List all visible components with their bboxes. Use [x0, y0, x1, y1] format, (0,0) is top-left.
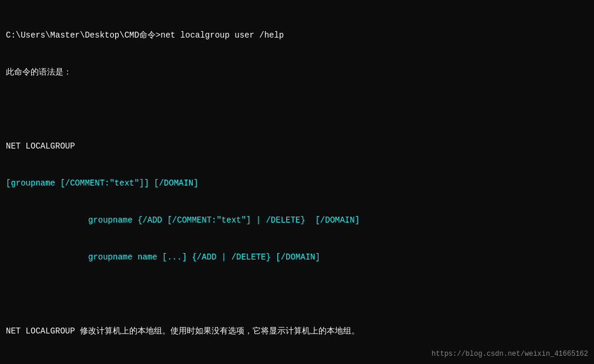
syntax-label: 此命令的语法是：: [6, 66, 588, 79]
syntax-line2: groupname {/ADD [/COMMENT:"text"] | /DEL…: [6, 214, 588, 227]
syntax-line3: groupname name [...] {/ADD | /DELETE} [/…: [6, 251, 588, 264]
blank-2: [6, 288, 588, 301]
watermark: https://blog.csdn.net/weixin_41665162: [432, 349, 588, 359]
description-line: NET LOCALGROUP 修改计算机上的本地组。使用时如果没有选项，它将显示…: [6, 325, 588, 338]
blank-1: [6, 103, 588, 116]
terminal-output: C:\Users\Master\Desktop\CMD命令>net localg…: [6, 5, 588, 364]
prompt-line: C:\Users\Master\Desktop\CMD命令>net localg…: [6, 29, 588, 42]
syntax-line1: [groupname [/COMMENT:"text"]] [/DOMAIN]: [6, 177, 588, 190]
command-name: NET LOCALGROUP: [6, 140, 588, 153]
